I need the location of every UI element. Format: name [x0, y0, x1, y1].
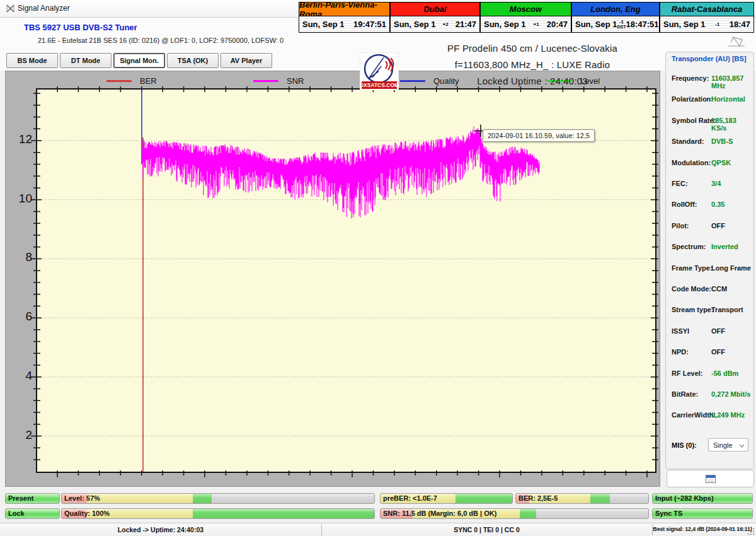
snr-line-swatch: [253, 80, 278, 82]
bar-snr-11-5-db-margin-6-0-db-ok: SNR: 11,5 dB (Margin: 6,0 dB | OK): [380, 508, 649, 519]
transponder-row-bitrate: BitRate:0,272 Mbit/s: [666, 390, 753, 403]
bar-lock: Lock: [5, 508, 60, 519]
transponder-row-stream-type: Stream type:Transport: [666, 306, 753, 318]
transponder-title: Transponder (AU) [BS]: [672, 55, 747, 62]
tab-bs-mode[interactable]: BS Mode: [6, 53, 58, 68]
tab-av-player[interactable]: AV Player: [220, 53, 272, 68]
status-lock-uptime: Locked -> Uptime: 24:40:03: [0, 526, 321, 533]
bar-present: Present: [5, 493, 60, 504]
transponder-row-standard: Standard:DVB-S: [666, 137, 753, 150]
ber-line-swatch: [106, 80, 132, 82]
tuner-name: TBS 5927 USB DVB-S2 Tuner: [24, 23, 137, 32]
clock-city: Dubai: [390, 2, 480, 16]
clock-rabat-casablanca: Rabat-CasablancaSun, Sep 1-118:47: [660, 2, 754, 33]
status-sync-counters: SYNC 0 | TEI 0 | CC 0: [321, 526, 652, 533]
clock-city: Moscow: [480, 2, 571, 16]
transponder-row-code-mode: Code Mode:CCM: [666, 285, 753, 298]
transponder-row-pilot: Pilot:OFF: [666, 222, 753, 235]
clock-time: Sun, Sep 1+120:47: [480, 16, 571, 33]
mux-window-icon: [706, 475, 716, 483]
plot-area[interactable]: [37, 89, 656, 472]
transponder-row-npd: NPD:OFF: [666, 348, 753, 361]
clock-city: Berlin-Paris-Vienna-Roma: [299, 2, 390, 16]
transponder-row-frequency: Frequency:11603,857 MHz: [666, 74, 753, 87]
tab-tsa[interactable]: TSA (OK): [167, 53, 219, 68]
chart-tooltip: 2024-09-01 16.10.59, value: 12,5: [483, 129, 595, 142]
y-axis-label-12: 12: [7, 132, 32, 146]
frequency-service: f=11603,800 MHz_H_ : LUXE Radio: [406, 57, 658, 73]
transponder-row-rolloff: RollOff:0.35: [666, 201, 753, 213]
bar-ber-2-5e-5: BER: 2,5E-5: [515, 493, 649, 504]
tuner-details: 21.6E - Eutelsat 21B SES 16 (ID: 0216) @…: [38, 37, 284, 44]
mis-row: MIS (0): Single: [666, 438, 753, 453]
mux-list-button[interactable]: [667, 470, 754, 487]
y-axis-label-4: 4: [7, 369, 32, 383]
y-axis-label-8: 8: [7, 250, 32, 264]
resize-grip[interactable]: [748, 528, 754, 535]
dxsatcs-logo: DXSATCS.COM: [360, 52, 399, 90]
clock-city: Rabat-Casablanca: [660, 2, 754, 16]
dish-location: PF Prodelin 450 cm / Lucenec-Slovakia: [406, 40, 658, 57]
y-axis-label-2: 2: [7, 428, 32, 442]
antenna-watermark-icon: [726, 35, 747, 47]
transponder-row-rf-level: RF Level:-56 dBm: [666, 370, 753, 382]
clock-time: Sun, Sep 1-1DST18:47:51: [571, 16, 660, 33]
transponder-row-symbol-rate: Symbol Rate:185,183 KS/s: [666, 117, 753, 129]
status-bar: Locked -> Uptime: 24:40:03 SYNC 0 | TEI …: [0, 523, 756, 536]
mode-tabs: BS Mode DT Mode Signal Mon. TSA (OK) AV …: [6, 53, 272, 68]
clock-london-eng: London, EngSun, Sep 1-1DST18:47:51: [571, 2, 660, 33]
status-best-signal: Best signal: 12,4 dB (2024-09-01 16:11): [652, 526, 753, 532]
chevron-down-icon: [739, 444, 745, 448]
mis-select[interactable]: Single: [708, 438, 748, 452]
clock-time: Sun, Sep 1+221:47: [390, 16, 480, 33]
clock-time: Sun, Sep 1-118:47: [660, 16, 754, 33]
clock-dubai: DubaiSun, Sep 1+221:47: [390, 2, 480, 33]
y-axis-label-10: 10: [7, 192, 32, 206]
transponder-row-spectrum: Spectrum:Inverted: [666, 243, 753, 255]
mis-label: MIS (0):: [672, 441, 697, 449]
tab-signal-mon[interactable]: Signal Mon.: [113, 53, 165, 68]
site-header: PF Prodelin 450 cm / Lucenec-Slovakia f=…: [406, 40, 658, 90]
satellite-dish-icon: [6, 4, 15, 13]
y-axis-label-6: 6: [7, 310, 32, 323]
world-clocks: Berlin-Paris-Vienna-RomaSun, Sep 119:47:…: [299, 2, 754, 33]
signal-chart-panel: BER SNR Quality Level 2024-09-01 16.10.5…: [5, 71, 660, 487]
bar-sync-ts: Sync TS: [652, 508, 753, 519]
bar-quality-100: Quality: 100%: [61, 508, 375, 519]
legend-item-ber: BER: [106, 75, 253, 86]
status-separator: [652, 525, 653, 535]
signal-analyzer-window: { "window": { "title": "Signal Analyzer"…: [0, 0, 756, 536]
transponder-row-polarization: Polarization:Horizontal: [666, 95, 753, 108]
status-separator: [321, 525, 322, 535]
logo-text: DXSATCS.COM: [360, 82, 399, 88]
transponder-panel: Transponder (AU) [BS] Frequency:11603,85…: [665, 52, 754, 469]
window-title: Signal Analyzer: [18, 4, 70, 13]
clock-time: Sun, Sep 119:47:51: [299, 16, 390, 33]
locked-uptime: Locked Uptime : 24:40:03: [406, 73, 658, 90]
clock-berlin-paris-vienna-roma: Berlin-Paris-Vienna-RomaSun, Sep 119:47:…: [299, 2, 390, 33]
bar-input-282-kbps: Input (~282 Kbps): [652, 493, 753, 504]
transponder-row-issyi: ISSYIOFF: [666, 327, 753, 340]
transponder-row-frame-type: Frame Type:Long Frame: [666, 264, 753, 277]
transponder-row-fec: FEC:3/4: [666, 180, 753, 192]
tab-dt-mode[interactable]: DT Mode: [60, 53, 112, 68]
bar-level-57: Level: 57%: [61, 493, 375, 504]
bar-preber-1-0e-7: preBER: <1.0E-7: [380, 493, 513, 504]
transponder-row-modulation: Modulation:QPSK: [666, 159, 753, 172]
transponder-row-carrierwidth: CarrierWidth:0,249 MHz: [666, 411, 753, 424]
clock-moscow: MoscowSun, Sep 1+120:47: [480, 2, 571, 33]
clock-city: London, Eng: [571, 2, 660, 16]
